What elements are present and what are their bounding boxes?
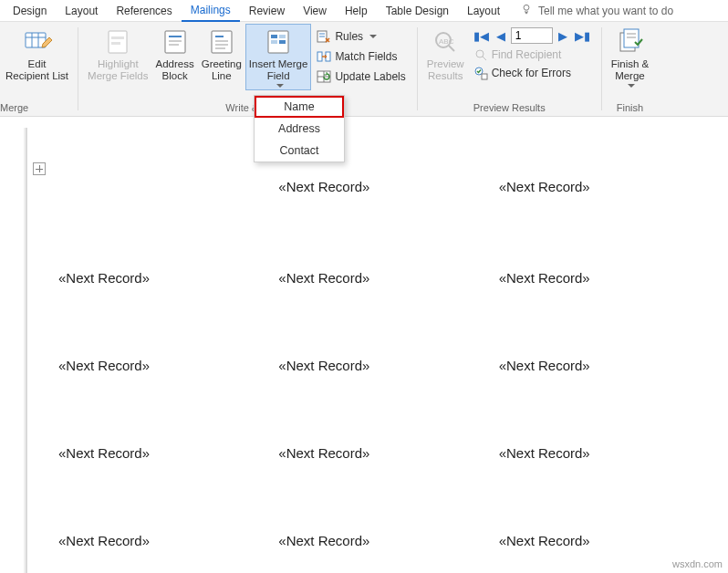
- label-cell[interactable]: «Next Record»: [278, 270, 498, 286]
- label-cell[interactable]: «Next Record»: [278, 533, 498, 548]
- record-navigator: ▮◀ ◀ ▶ ▶▮: [468, 24, 596, 46]
- svg-rect-18: [271, 35, 277, 38]
- highlight-fields-label: Highlight Merge Fields: [88, 58, 148, 82]
- svg-rect-12: [212, 31, 232, 53]
- svg-rect-21: [279, 40, 286, 44]
- check-errors-label: Check for Errors: [492, 67, 571, 79]
- label-cell[interactable]: «Next Record»: [499, 445, 719, 461]
- address-block-icon: [161, 27, 190, 57]
- label-cell[interactable]: «Next Record»: [499, 533, 719, 548]
- tab-design[interactable]: Design: [4, 1, 56, 21]
- find-recipient-icon: [473, 47, 488, 62]
- page[interactable]: «Next Record» «Next Record» «Next Record…: [26, 128, 719, 573]
- svg-rect-19: [279, 35, 286, 38]
- record-number-input[interactable]: [511, 27, 553, 44]
- label-cell[interactable]: «Next Record»: [58, 358, 278, 373]
- svg-point-32: [476, 50, 484, 57]
- find-recipient-label: Find Recipient: [492, 48, 562, 61]
- tell-me-search[interactable]: Tell me what you want to do: [520, 3, 673, 18]
- group-preview-results: ABC Preview Results ▮◀ ◀ ▶ ▶▮ Find Recip…: [418, 22, 601, 116]
- prev-record-button[interactable]: ◀: [494, 29, 507, 43]
- label-cell[interactable]: «Next Record»: [278, 358, 498, 373]
- label-cell[interactable]: «Next Record»: [278, 179, 498, 194]
- watermark: wsxdn.com: [672, 558, 723, 569]
- tab-mailings[interactable]: Mailings: [182, 0, 240, 22]
- last-record-button[interactable]: ▶▮: [573, 29, 592, 43]
- table-move-handle[interactable]: [33, 162, 46, 175]
- tab-help[interactable]: Help: [336, 1, 377, 21]
- label-cell[interactable]: «Next Record»: [499, 270, 719, 286]
- merge-field-option-contact[interactable]: Contact: [255, 140, 344, 161]
- match-fields-label: Match Fields: [335, 50, 397, 63]
- svg-rect-34: [482, 74, 487, 79]
- greeting-line-button[interactable]: Greeting Line: [198, 24, 245, 90]
- rules-icon: [317, 29, 331, 44]
- group-finish-label: Finish: [617, 102, 643, 116]
- address-block-button[interactable]: Address Block: [152, 24, 198, 90]
- merge-field-option-name[interactable]: Name: [255, 96, 344, 118]
- rules-button[interactable]: Rules: [311, 27, 411, 46]
- update-labels-button[interactable]: Update Labels: [311, 68, 411, 86]
- update-labels-label: Update Labels: [335, 70, 405, 83]
- ribbon-tabs: Design Layout References Mailings Review…: [0, 0, 728, 22]
- insert-merge-field-button[interactable]: Insert Merge Field: [245, 24, 312, 90]
- label-row: «Next Record» «Next Record» «Next Record…: [27, 533, 719, 573]
- label-cell[interactable]: «Next Record»: [58, 533, 278, 548]
- highlight-merge-fields-button: Highlight Merge Fields: [84, 24, 151, 90]
- tab-layout-2[interactable]: Layout: [458, 1, 509, 21]
- greeting-line-icon: [207, 27, 236, 57]
- label-cell[interactable]: «Next Record»: [499, 358, 719, 373]
- label-row: «Next Record» «Next Record» «Next Record…: [27, 270, 719, 358]
- highlight-fields-icon: [103, 27, 132, 57]
- label-cell[interactable]: «Next Record»: [58, 445, 278, 461]
- next-record-button[interactable]: ▶: [556, 29, 569, 43]
- insert-merge-field-label: Insert Merge Field: [249, 58, 308, 82]
- svg-rect-7: [111, 42, 120, 45]
- svg-rect-8: [165, 31, 185, 53]
- match-fields-icon: [317, 49, 331, 64]
- tab-references[interactable]: References: [107, 1, 181, 21]
- group-merge: Edit Recipient List Merge: [0, 22, 78, 116]
- finish-merge-icon: [615, 27, 644, 57]
- find-recipient-button: Find Recipient: [468, 46, 596, 64]
- insert-merge-field-dropdown: Name Address Contact: [254, 95, 345, 162]
- svg-rect-20: [271, 40, 277, 44]
- svg-point-0: [524, 5, 529, 10]
- group-write-insert: Highlight Merge Fields Address Block Gre…: [78, 22, 417, 116]
- tab-review[interactable]: Review: [240, 1, 294, 21]
- check-errors-icon: [473, 66, 488, 80]
- rules-label: Rules: [335, 30, 363, 43]
- group-preview-results-label: Preview Results: [473, 102, 546, 116]
- svg-rect-6: [111, 36, 124, 39]
- label-row: «Next Record» «Next Record» «Next Record…: [27, 445, 719, 533]
- label-cell[interactable]: «Next Record»: [278, 445, 498, 461]
- edit-recipient-list-button[interactable]: Edit Recipient List: [2, 24, 72, 82]
- label-cell[interactable]: «Next Record»: [58, 270, 278, 286]
- ribbon: Edit Recipient List Merge Highlight Merg…: [0, 22, 728, 117]
- preview-results-icon: ABC: [431, 27, 460, 57]
- tab-view[interactable]: View: [294, 1, 336, 21]
- match-fields-button[interactable]: Match Fields: [311, 47, 411, 66]
- svg-point-30: [436, 33, 451, 47]
- preview-results-button: ABC Preview Results: [423, 24, 468, 82]
- group-finish: Finish & Merge Finish: [602, 22, 659, 116]
- write-insert-small-stack: Rules Match Fields Update Labels: [311, 24, 411, 90]
- svg-rect-5: [109, 31, 127, 53]
- label-cell[interactable]: «Next Record»: [499, 179, 719, 194]
- edit-recipients-icon: [23, 27, 52, 57]
- tab-table-design[interactable]: Table Design: [377, 1, 458, 21]
- label-row: «Next Record» «Next Record»: [27, 179, 719, 270]
- edit-recipients-label: Edit Recipient List: [5, 58, 68, 82]
- finish-merge-label: Finish & Merge: [611, 58, 650, 82]
- document-area: «Next Record» «Next Record» «Next Record…: [0, 117, 728, 573]
- first-record-button[interactable]: ▮◀: [472, 29, 491, 43]
- check-errors-button[interactable]: Check for Errors: [468, 64, 596, 82]
- svg-text:ABC: ABC: [439, 37, 454, 46]
- label-grid: «Next Record» «Next Record» «Next Record…: [27, 179, 719, 573]
- merge-field-option-address[interactable]: Address: [255, 118, 344, 140]
- finish-merge-button[interactable]: Finish & Merge: [608, 24, 653, 89]
- preview-results-label: Preview Results: [427, 58, 464, 82]
- lightbulb-icon: [520, 3, 533, 18]
- tab-layout-1[interactable]: Layout: [56, 1, 107, 21]
- address-block-label: Address Block: [156, 58, 194, 82]
